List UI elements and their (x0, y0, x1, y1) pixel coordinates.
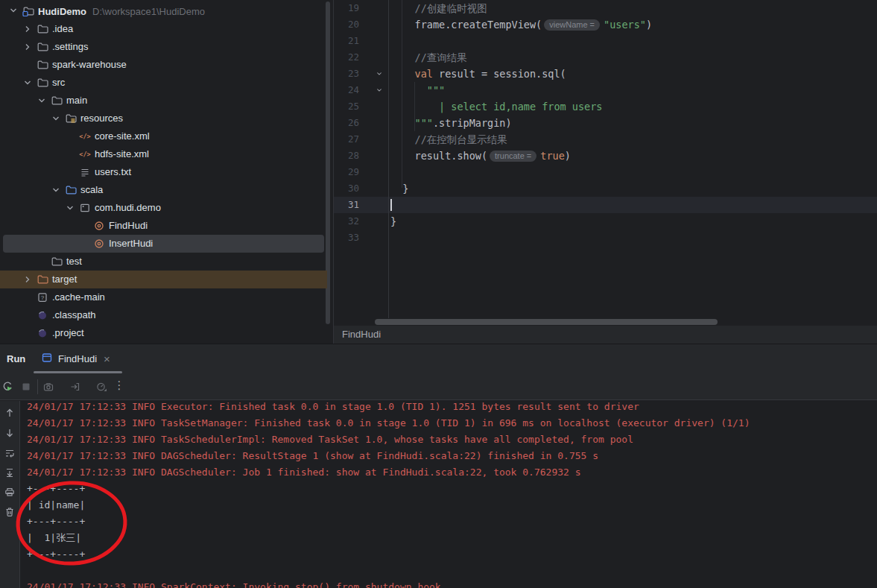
code-line-26[interactable]: 26 """.stripMargin) (334, 115, 877, 131)
code-line-33[interactable]: 33 (334, 230, 877, 246)
code-line-23[interactable]: 23 val result = session.sql( (334, 66, 877, 82)
import-icon[interactable] (69, 381, 81, 393)
down-icon[interactable] (4, 427, 16, 439)
line-number[interactable]: 32 (334, 213, 359, 230)
code-line-32[interactable]: 32} (334, 213, 877, 230)
breadcrumb[interactable]: FindHudi (334, 326, 877, 344)
chevron-down-icon[interactable] (36, 95, 48, 107)
code-line-21[interactable]: 21 (334, 33, 877, 49)
folder-icon (37, 41, 48, 53)
tree-item-spark-warehouse[interactable]: spark-warehouse (0, 56, 330, 74)
tree-item-users-txt[interactable]: users.txt (0, 163, 330, 181)
line-number[interactable]: 20 (334, 16, 359, 33)
tree-item--classpath[interactable]: .classpath (0, 306, 330, 324)
excluded-highlight (0, 271, 327, 288)
fold-chevron-icon[interactable] (375, 69, 384, 80)
project-root-icon (22, 5, 34, 17)
folder-excluded-icon (37, 274, 48, 285)
code-line-25[interactable]: 25 | select id,name from users (334, 98, 877, 115)
code-editor[interactable]: 19 //创建临时视图20 frame.createTempView(viewN… (334, 0, 877, 326)
code-line-24[interactable]: 24 """ (334, 82, 877, 98)
clear-icon[interactable] (4, 506, 16, 518)
selection-highlight (3, 235, 324, 253)
svg-text:?: ? (41, 294, 45, 301)
tree-item-com-hudi-demo[interactable]: com.hudi.demo (0, 199, 330, 217)
tree-item-resources[interactable]: resources (0, 110, 330, 127)
line-number[interactable]: 21 (334, 33, 359, 49)
chevron-down-icon[interactable] (64, 202, 76, 214)
line-number[interactable]: 28 (334, 148, 359, 164)
project-root-path: D:\workspace1\HudiDemo (92, 6, 205, 17)
tree-item-target[interactable]: target (0, 271, 330, 288)
code-line-22[interactable]: 22 //查询结果 (334, 49, 877, 66)
breadcrumb-item[interactable]: FindHudi (342, 329, 381, 340)
fold-chevron-icon[interactable] (375, 86, 384, 97)
line-number[interactable]: 31 (334, 197, 359, 213)
tree-item-label: users.txt (95, 163, 131, 181)
tree-item-project-root[interactable]: HudiDemo D:\workspace1\HudiDemo (0, 2, 330, 20)
chevron-down-icon[interactable] (50, 184, 62, 196)
close-icon[interactable]: × (104, 353, 110, 365)
tree-item--idea[interactable]: .idea (0, 20, 330, 38)
code-line-29[interactable]: 29 (334, 164, 877, 180)
code-line-27[interactable]: 27 //在控制台显示结果 (334, 131, 877, 148)
code-line-19[interactable]: 19 //创建临时视图 (334, 0, 877, 16)
tree-item-hdfs-site-xml[interactable]: </>hdfs-site.xml (0, 145, 330, 163)
code-line-31[interactable]: 31 (334, 197, 877, 213)
camera-icon[interactable] (42, 381, 54, 393)
code-line-30[interactable]: 30 } (334, 180, 877, 197)
chevron-down-icon[interactable] (7, 4, 19, 19)
chevron-down-icon[interactable] (22, 77, 34, 89)
line-number[interactable]: 23 (334, 66, 359, 82)
tree-item-scala[interactable]: scala (0, 181, 330, 199)
tree-item-core-site-xml[interactable]: </>core-site.xml (0, 127, 330, 145)
tree-item-main[interactable]: main (0, 92, 330, 110)
scala-object-icon (93, 238, 105, 250)
line-number[interactable]: 33 (334, 230, 359, 246)
stop-icon[interactable] (20, 381, 32, 393)
horizontal-scrollbar[interactable] (375, 319, 718, 325)
tree-item-label: target (52, 271, 77, 288)
svg-text:</>: </> (79, 151, 90, 158)
tree-item--cache-main[interactable]: ?.cache-main (0, 288, 330, 306)
code-text: frame.createTempView(viewName ="users") (390, 16, 652, 33)
chevron-right-icon[interactable] (22, 41, 34, 53)
line-number[interactable]: 30 (334, 180, 359, 197)
code-line-28[interactable]: 28 result.show(truncate =true) (334, 148, 877, 164)
text-icon (79, 166, 91, 178)
gauge-icon[interactable] (95, 381, 107, 393)
chevron-right-icon[interactable] (22, 274, 34, 285)
parameter-hint: truncate = (490, 151, 536, 162)
tree-item-label: spark-warehouse (52, 56, 127, 74)
scroll-end-icon[interactable] (4, 467, 16, 478)
code-text: result.show(truncate =true) (390, 148, 571, 164)
tree-item-findhudi[interactable]: FindHudi (0, 217, 330, 235)
line-number[interactable]: 22 (334, 49, 359, 66)
tree-item--project[interactable]: .project (0, 324, 330, 342)
line-number[interactable]: 24 (334, 82, 359, 98)
tree-item-label: .idea (52, 20, 73, 38)
rerun-icon[interactable] (1, 381, 13, 393)
code-line-20[interactable]: 20 frame.createTempView(viewName ="users… (334, 16, 877, 33)
run-tool-window-title: Run (7, 344, 25, 373)
folder-icon (37, 23, 48, 35)
line-number[interactable]: 19 (334, 0, 359, 16)
tree-item-inserthudi[interactable]: InsertHudi (0, 235, 330, 253)
chevron-right-icon[interactable] (22, 23, 34, 35)
up-icon[interactable] (4, 407, 16, 419)
run-tab-findhudi[interactable]: FindHudi × (34, 344, 118, 373)
chevron-down-icon[interactable] (50, 113, 62, 124)
eclipse-icon (37, 327, 48, 339)
tree-item-test[interactable]: test (0, 253, 330, 271)
line-number[interactable]: 29 (334, 164, 359, 180)
more-kebab-icon[interactable]: ⋮ (113, 379, 125, 392)
soft-wrap-icon[interactable] (4, 447, 16, 459)
line-number[interactable]: 27 (334, 131, 359, 148)
tree-item--settings[interactable]: .settings (0, 38, 330, 56)
folder-resources-icon (65, 113, 77, 124)
line-number[interactable]: 25 (334, 98, 359, 115)
line-number[interactable]: 26 (334, 115, 359, 131)
package-icon (79, 202, 91, 214)
print-icon[interactable] (4, 486, 16, 498)
tree-item-src[interactable]: src (0, 74, 330, 92)
